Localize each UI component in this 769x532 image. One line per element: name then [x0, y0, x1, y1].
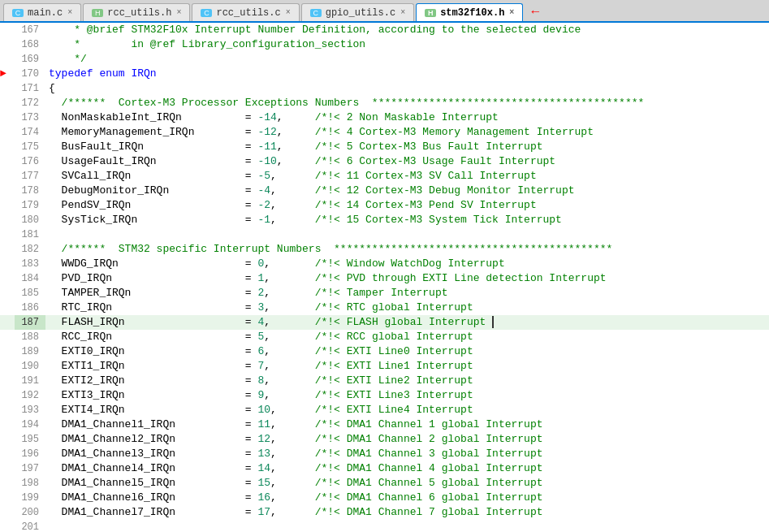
code-line-171[interactable]: 171{: [0, 81, 769, 96]
code-line-185[interactable]: 185 TAMPER_IRQn = 2, /*!< Tamper Interru…: [0, 286, 769, 301]
line-number: 167: [15, 23, 45, 37]
code-line-199[interactable]: 199 DMA1_Channel6_IRQn = 16, /*!< DMA1 C…: [0, 491, 769, 505]
tab-rcc-utils-c[interactable]: C rcc_utils.c ×: [192, 3, 299, 21]
code-line-186[interactable]: 186 RTC_IRQn = 3, /*!< RTC global Interr…: [0, 301, 769, 315]
code-line-180[interactable]: 180 SysTick_IRQn = -1, /*!< 15 Cortex-M3…: [0, 213, 769, 227]
line-marker-strip: [0, 227, 15, 242]
line-content: MemoryManagement_IRQn = -12, /*!< 4 Cort…: [45, 125, 594, 140]
code-line-190[interactable]: 190 EXTI1_IRQn = 7, /*!< EXTI Line1 Inte…: [0, 359, 769, 374]
code-line-175[interactable]: 175 BusFault_IRQn = -11, /*!< 5 Cortex-M…: [0, 140, 769, 154]
line-marker-strip: [0, 417, 15, 432]
code-line-182[interactable]: 182 /****** STM32 specific Interrupt Num…: [0, 242, 769, 257]
line-number: 201: [15, 520, 45, 532]
line-content: DMA1_Channel6_IRQn = 16, /*!< DMA1 Chann…: [45, 491, 543, 505]
code-line-188[interactable]: 188 RCC_IRQn = 5, /*!< RCC global Interr…: [0, 330, 769, 344]
line-number: 175: [15, 140, 45, 154]
close-icon[interactable]: ×: [286, 8, 291, 17]
line-number: 190: [15, 359, 45, 374]
line-marker-strip: [0, 213, 15, 227]
close-icon[interactable]: ×: [509, 8, 514, 17]
line-content: EXTI4_IRQn = 10, /*!< EXTI Line4 Interru…: [45, 403, 473, 417]
line-number: 185: [15, 286, 45, 301]
close-icon[interactable]: ×: [67, 8, 72, 17]
text-cursor: [486, 316, 494, 328]
code-line-177[interactable]: 177 SVCall_IRQn = -5, /*!< 11 Cortex-M3 …: [0, 169, 769, 184]
code-line-179[interactable]: 179 PendSV_IRQn = -2, /*!< 14 Cortex-M3 …: [0, 198, 769, 213]
code-line-183[interactable]: 183 WWDG_IRQn = 0, /*!< Window WatchDog …: [0, 257, 769, 271]
code-line-200[interactable]: 200 DMA1_Channel7_IRQn = 17, /*!< DMA1 C…: [0, 505, 769, 520]
code-line-189[interactable]: 189 EXTI0_IRQn = 6, /*!< EXTI Line0 Inte…: [0, 344, 769, 359]
line-content: DebugMonitor_IRQn = -4, /*!< 12 Cortex-M…: [45, 184, 575, 198]
line-content: SysTick_IRQn = -1, /*!< 15 Cortex-M3 Sys…: [45, 213, 562, 227]
code-line-187[interactable]: 187 FLASH_IRQn = 4, /*!< FLASH global In…: [0, 315, 769, 330]
code-line-168[interactable]: 168 * in @ref Library_configuration_sect…: [0, 37, 769, 52]
line-content: typedef enum IRQn: [45, 67, 157, 81]
tab-stm32f10x-h[interactable]: H stm32f10x.h ×: [416, 3, 523, 21]
line-marker-strip: [0, 271, 15, 286]
code-line-194[interactable]: 194 DMA1_Channel1_IRQn = 11, /*!< DMA1 C…: [0, 417, 769, 432]
code-line-184[interactable]: 184 PVD_IRQn = 1, /*!< PVD through EXTI …: [0, 271, 769, 286]
line-number: 176: [15, 154, 45, 169]
line-marker-strip: [0, 505, 15, 520]
line-marker-strip: [0, 344, 15, 359]
line-number: 193: [15, 403, 45, 417]
line-marker-strip: [0, 330, 15, 344]
line-content: PVD_IRQn = 1, /*!< PVD through EXTI Line…: [45, 271, 607, 286]
code-line-176[interactable]: 176 UsageFault_IRQn = -10, /*!< 6 Cortex…: [0, 154, 769, 169]
line-number: 197: [15, 461, 45, 476]
line-content: DMA1_Channel4_IRQn = 14, /*!< DMA1 Chann…: [45, 461, 543, 476]
code-line-178[interactable]: 178 DebugMonitor_IRQn = -4, /*!< 12 Cort…: [0, 184, 769, 198]
code-line-172[interactable]: 172 /****** Cortex-M3 Processor Exceptio…: [0, 96, 769, 110]
line-marker-strip: [0, 447, 15, 461]
line-number: 186: [15, 301, 45, 315]
h-file-icon2: H: [425, 9, 436, 17]
line-number: 177: [15, 169, 45, 184]
line-marker-strip: [0, 403, 15, 417]
line-marker-strip: [0, 315, 15, 330]
code-line-167[interactable]: 167 * @brief STM32F10x Interrupt Number …: [0, 23, 769, 37]
line-content: NonMaskableInt_IRQn = -14, /*!< 2 Non Ma…: [45, 110, 499, 125]
line-content: /****** Cortex-M3 Processor Exceptions N…: [45, 96, 644, 110]
code-line-174[interactable]: 174 MemoryManagement_IRQn = -12, /*!< 4 …: [0, 125, 769, 140]
code-area[interactable]: 167 * @brief STM32F10x Interrupt Number …: [0, 23, 769, 532]
line-marker-strip: [0, 432, 15, 447]
tab-bar: C main.c × H rcc_utils.h × C rcc_utils.c…: [0, 0, 769, 23]
close-icon[interactable]: ×: [400, 8, 405, 17]
code-line-193[interactable]: 193 EXTI4_IRQn = 10, /*!< EXTI Line4 Int…: [0, 403, 769, 417]
line-marker-strip: [0, 169, 15, 184]
code-line-170[interactable]: ►170typedef enum IRQn: [0, 67, 769, 81]
line-marker-strip: [0, 198, 15, 213]
tab-rcc-utils-h1[interactable]: H rcc_utils.h ×: [83, 3, 190, 21]
c-file-icon: C: [12, 9, 24, 17]
tab-gpio-utils-c[interactable]: C gpio_utils.c ×: [301, 3, 414, 21]
code-line-198[interactable]: 198 DMA1_Channel5_IRQn = 15, /*!< DMA1 C…: [0, 476, 769, 491]
line-marker-strip: ►: [0, 67, 15, 81]
line-content: */: [45, 52, 87, 67]
line-number: 189: [15, 344, 45, 359]
code-line-201[interactable]: 201: [0, 520, 769, 532]
line-marker-strip: [0, 154, 15, 169]
line-content: PendSV_IRQn = -2, /*!< 14 Cortex-M3 Pend…: [45, 198, 537, 213]
code-line-195[interactable]: 195 DMA1_Channel2_IRQn = 12, /*!< DMA1 C…: [0, 432, 769, 447]
tab-main-c[interactable]: C main.c ×: [3, 3, 81, 21]
line-marker-strip: [0, 52, 15, 67]
line-content: EXTI0_IRQn = 6, /*!< EXTI Line0 Interrup…: [45, 344, 473, 359]
line-marker-strip: [0, 476, 15, 491]
line-content: DMA1_Channel5_IRQn = 15, /*!< DMA1 Chann…: [45, 476, 543, 491]
code-line-196[interactable]: 196 DMA1_Channel3_IRQn = 13, /*!< DMA1 C…: [0, 447, 769, 461]
code-line-197[interactable]: 197 DMA1_Channel4_IRQn = 14, /*!< DMA1 C…: [0, 461, 769, 476]
line-content: [45, 520, 55, 532]
code-line-191[interactable]: 191 EXTI2_IRQn = 8, /*!< EXTI Line2 Inte…: [0, 374, 769, 388]
line-number: 181: [15, 227, 45, 242]
close-icon[interactable]: ×: [176, 8, 181, 17]
line-number: 183: [15, 257, 45, 271]
line-content: RCC_IRQn = 5, /*!< RCC global Interrupt: [45, 330, 473, 344]
line-marker-strip: [0, 110, 15, 125]
line-content: WWDG_IRQn = 0, /*!< Window WatchDog Inte…: [45, 257, 505, 271]
code-line-173[interactable]: 173 NonMaskableInt_IRQn = -14, /*!< 2 No…: [0, 110, 769, 125]
code-line-169[interactable]: 169 */: [0, 52, 769, 67]
c-file-icon3: C: [310, 9, 322, 17]
code-line-192[interactable]: 192 EXTI3_IRQn = 9, /*!< EXTI Line3 Inte…: [0, 388, 769, 403]
code-line-181[interactable]: 181: [0, 227, 769, 242]
h-file-icon: H: [92, 9, 103, 17]
